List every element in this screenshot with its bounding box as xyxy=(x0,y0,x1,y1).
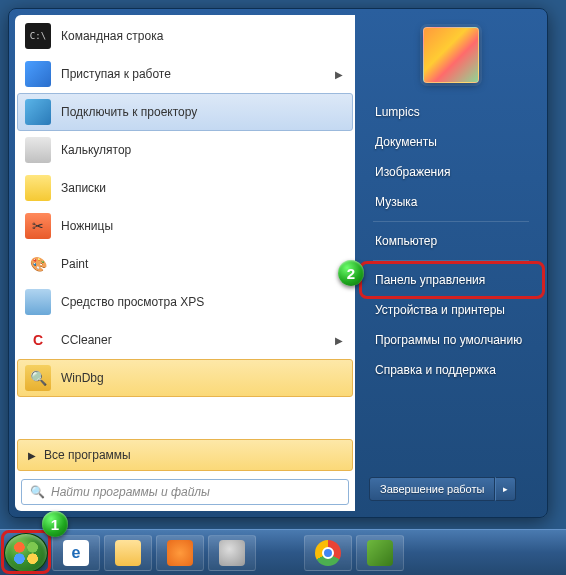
search-input[interactable]: 🔍 Найти программы и файлы xyxy=(21,479,349,505)
right-item-help[interactable]: Справка и поддержка xyxy=(363,355,539,385)
program-label: Записки xyxy=(61,181,106,195)
taskbar-item-chrome[interactable] xyxy=(304,535,352,571)
right-label: Панель управления xyxy=(375,273,485,287)
program-label: CCleaner xyxy=(61,333,112,347)
taskbar: e xyxy=(0,529,566,575)
media-player-icon xyxy=(167,540,193,566)
paint-icon: 🎨 xyxy=(25,251,51,277)
program-item-xps-viewer[interactable]: Средство просмотра XPS xyxy=(17,283,353,321)
program-label: Приступая к работе xyxy=(61,67,171,81)
chevron-right-icon: ▸ xyxy=(503,484,508,494)
taskbar-item-app2[interactable] xyxy=(356,535,404,571)
cube-icon xyxy=(367,540,393,566)
xps-icon xyxy=(25,289,51,315)
start-menu: C:\ Командная строка Приступая к работе … xyxy=(8,8,548,518)
submenu-arrow-icon: ▶ xyxy=(335,335,343,346)
calculator-icon xyxy=(25,137,51,163)
program-item-calculator[interactable]: Калькулятор xyxy=(17,131,353,169)
right-item-devices[interactable]: Устройства и принтеры xyxy=(363,295,539,325)
shutdown-row: Завершение работы ▸ xyxy=(363,477,539,505)
separator xyxy=(373,260,529,261)
program-label: Ножницы xyxy=(61,219,113,233)
windbg-icon: 🔍 xyxy=(25,365,51,391)
chrome-icon xyxy=(315,540,341,566)
right-label: Документы xyxy=(375,135,437,149)
cmd-icon: C:\ xyxy=(25,23,51,49)
right-item-user[interactable]: Lumpics xyxy=(363,97,539,127)
arrow-right-icon: ▶ xyxy=(28,450,36,461)
getting-started-icon xyxy=(25,61,51,87)
folder-icon xyxy=(115,540,141,566)
taskbar-item-wmp[interactable] xyxy=(156,535,204,571)
start-menu-left-panel: C:\ Командная строка Приступая к работе … xyxy=(15,15,355,511)
right-item-music[interactable]: Музыка xyxy=(363,187,539,217)
program-label: Paint xyxy=(61,257,88,271)
ie-icon: e xyxy=(63,540,89,566)
right-item-pictures[interactable]: Изображения xyxy=(363,157,539,187)
program-item-ccleaner[interactable]: C CCleaner ▶ xyxy=(17,321,353,359)
program-item-paint[interactable]: 🎨 Paint xyxy=(17,245,353,283)
sticky-notes-icon xyxy=(25,175,51,201)
start-menu-right-panel: Lumpics Документы Изображения Музыка Ком… xyxy=(355,9,547,517)
right-item-computer[interactable]: Компьютер xyxy=(363,226,539,256)
search-placeholder: Найти программы и файлы xyxy=(51,485,210,499)
search-icon: 🔍 xyxy=(30,485,45,499)
taskbar-item-explorer[interactable] xyxy=(104,535,152,571)
taskbar-item-app[interactable] xyxy=(208,535,256,571)
program-item-windbg[interactable]: 🔍 WinDbg xyxy=(17,359,353,397)
program-item-snipping-tool[interactable]: ✂ Ножницы xyxy=(17,207,353,245)
program-item-projector[interactable]: Подключить к проектору xyxy=(17,93,353,131)
right-item-default-programs[interactable]: Программы по умолчанию xyxy=(363,325,539,355)
annotation-badge-2: 2 xyxy=(338,260,364,286)
all-programs-button[interactable]: ▶ Все программы xyxy=(17,439,353,471)
submenu-arrow-icon: ▶ xyxy=(335,69,343,80)
app-icon xyxy=(219,540,245,566)
separator xyxy=(373,221,529,222)
program-label: WinDbg xyxy=(61,371,104,385)
right-label: Программы по умолчанию xyxy=(375,333,522,347)
shutdown-label: Завершение работы xyxy=(380,483,484,495)
right-item-documents[interactable]: Документы xyxy=(363,127,539,157)
program-item-getting-started[interactable]: Приступая к работе ▶ xyxy=(17,55,353,93)
right-label: Компьютер xyxy=(375,234,437,248)
ccleaner-icon: C xyxy=(25,327,51,353)
right-label: Lumpics xyxy=(375,105,420,119)
right-item-control-panel[interactable]: Панель управления xyxy=(363,265,539,295)
taskbar-item-ie[interactable]: e xyxy=(52,535,100,571)
right-label: Изображения xyxy=(375,165,450,179)
program-label: Командная строка xyxy=(61,29,163,43)
start-button[interactable] xyxy=(4,533,48,573)
program-label: Калькулятор xyxy=(61,143,131,157)
program-item-cmd[interactable]: C:\ Командная строка xyxy=(17,17,353,55)
all-programs-label: Все программы xyxy=(44,448,131,462)
program-label: Подключить к проектору xyxy=(61,105,197,119)
user-picture[interactable] xyxy=(423,27,479,83)
shutdown-options-button[interactable]: ▸ xyxy=(495,477,516,501)
programs-list: C:\ Командная строка Приступая к работе … xyxy=(15,15,355,437)
scissors-icon: ✂ xyxy=(25,213,51,239)
right-label: Устройства и принтеры xyxy=(375,303,505,317)
program-item-sticky-notes[interactable]: Записки xyxy=(17,169,353,207)
shutdown-button[interactable]: Завершение работы xyxy=(369,477,495,501)
annotation-badge-1: 1 xyxy=(42,511,68,537)
program-label: Средство просмотра XPS xyxy=(61,295,204,309)
projector-icon xyxy=(25,99,51,125)
right-label: Музыка xyxy=(375,195,417,209)
right-label: Справка и поддержка xyxy=(375,363,496,377)
